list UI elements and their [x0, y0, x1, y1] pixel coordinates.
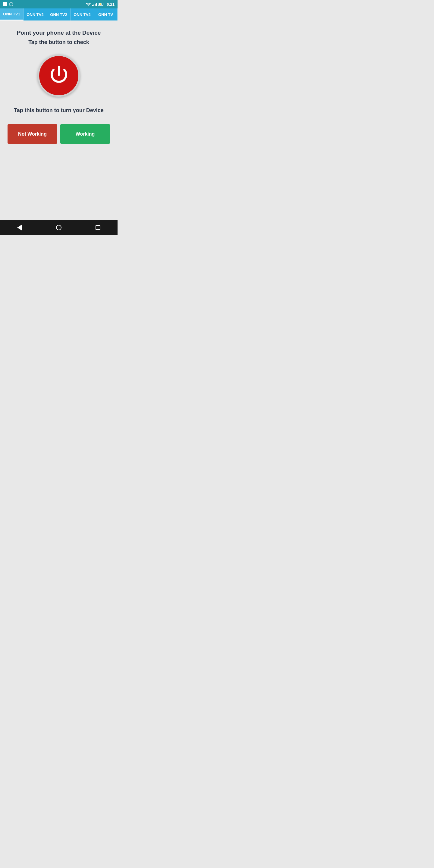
tab-onn-tv1[interactable]: ONN TV1 — [0, 8, 24, 21]
not-working-button[interactable]: Not Working — [7, 124, 57, 144]
status-bar-right: ⚡ 6:21 — [86, 2, 115, 7]
signal-icon — [92, 2, 97, 6]
tab-onn-tv2-3[interactable]: ONN TV2 — [70, 8, 94, 21]
instruction-title: Point your phone at the Device — [17, 30, 101, 36]
stop-icon — [3, 2, 7, 6]
nav-bar — [0, 220, 118, 235]
nav-back-button[interactable] — [17, 224, 22, 230]
tab-onn-tv2-2[interactable]: ONN TV2 — [47, 8, 70, 21]
status-bar: ⚡ 6:21 — [0, 0, 118, 8]
status-time: 6:21 — [107, 2, 115, 7]
instruction-subtitle: Tap the button to check — [28, 39, 89, 45]
recent-icon — [96, 225, 100, 230]
tab-onn-tv2-1[interactable]: ONN TV2 — [24, 8, 47, 21]
device-instruction: Tap this button to turn your Device — [14, 107, 104, 114]
wifi-icon — [86, 2, 91, 7]
battery-icon: ⚡ — [98, 3, 104, 6]
tab-bar: ONN TV1 ONN TV2 ONN TV2 ONN TV2 ONN TV — [0, 8, 118, 21]
circle-status-icon — [9, 2, 13, 6]
power-button[interactable] — [38, 55, 80, 97]
nav-home-button[interactable] — [56, 225, 61, 230]
action-buttons: Not Working Working — [6, 124, 112, 144]
power-icon — [48, 64, 70, 88]
main-content: Point your phone at the Device Tap the b… — [0, 21, 118, 220]
home-icon — [56, 225, 61, 230]
status-bar-left — [3, 2, 13, 6]
working-button[interactable]: Working — [60, 124, 110, 144]
power-button-container — [38, 55, 80, 97]
tab-onn-tv-4[interactable]: ONN TV — [94, 8, 118, 21]
back-icon — [17, 224, 22, 230]
nav-recent-button[interactable] — [96, 225, 100, 230]
